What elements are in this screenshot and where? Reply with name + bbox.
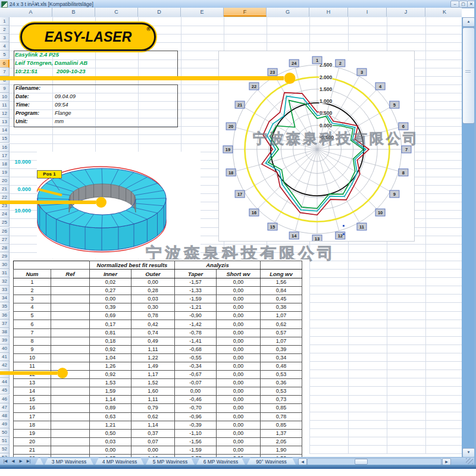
row-header-30[interactable]: 30 — [0, 261, 10, 269]
row-header-27[interactable]: 27 — [0, 236, 10, 244]
table-cell[interactable]: 5 — [14, 312, 51, 320]
table-cell[interactable]: 0,00 — [217, 379, 261, 387]
column-header-H[interactable]: H — [309, 8, 348, 17]
table-cell[interactable]: 0,07 — [131, 437, 175, 446]
table-cell[interactable]: 0,85 — [261, 421, 302, 429]
table-cell[interactable] — [51, 345, 90, 353]
table-cell[interactable]: 0,74 — [131, 328, 175, 337]
row-header-35[interactable]: 35 — [0, 302, 10, 311]
column-header-A[interactable]: A — [10, 8, 52, 17]
table-cell[interactable]: 0,73 — [261, 396, 302, 404]
table-cell[interactable]: -0,78 — [175, 328, 217, 337]
table-cell[interactable]: 1,21 — [90, 421, 131, 429]
table-cell[interactable]: 0,17 — [90, 320, 131, 328]
row-header-47[interactable]: 47 — [0, 403, 10, 412]
table-cell[interactable]: 0,00 — [217, 312, 261, 320]
table-cell[interactable]: 11 — [14, 362, 51, 370]
table-cell[interactable]: 0,00 — [217, 295, 261, 303]
table-cell[interactable]: 10 — [14, 353, 51, 362]
row-header-28[interactable]: 28 — [0, 244, 10, 252]
row-header-50[interactable]: 50 — [0, 428, 10, 437]
row-header-49[interactable]: 49 — [0, 420, 10, 428]
column-header-F[interactable]: F — [224, 8, 267, 17]
scroll-up-arrow[interactable]: ▲ — [462, 17, 475, 27]
row-header-26[interactable]: 26 — [0, 227, 10, 236]
row-header-1[interactable]: 1 — [0, 17, 10, 26]
table-cell[interactable] — [51, 412, 90, 421]
table-cell[interactable]: 18 — [14, 421, 51, 429]
row-header-48[interactable]: 48 — [0, 412, 10, 420]
row-header-9[interactable]: 9 — [0, 84, 10, 93]
table-cell[interactable]: 1,52 — [131, 379, 175, 387]
table-cell[interactable]: 0,00 — [217, 303, 261, 312]
table-cell[interactable]: 0,27 — [90, 287, 131, 295]
table-cell[interactable]: -1,59 — [175, 446, 217, 454]
table-cell[interactable]: 0,38 — [261, 303, 302, 312]
table-cell[interactable] — [51, 437, 90, 446]
row-header-51[interactable]: 51 — [0, 437, 10, 445]
table-cell[interactable] — [51, 278, 90, 287]
table-cell[interactable] — [51, 396, 90, 404]
table-cell[interactable]: 17 — [14, 412, 51, 421]
table-cell[interactable]: -1,59 — [175, 295, 217, 303]
table-cell[interactable]: 14 — [14, 387, 51, 396]
table-cell[interactable]: 13 — [14, 379, 51, 387]
table-cell[interactable]: 0,00 — [217, 362, 261, 370]
table-cell[interactable]: 0,92 — [90, 345, 131, 353]
table-cell[interactable]: -0,68 — [175, 345, 217, 353]
table-cell[interactable]: -1,57 — [175, 278, 217, 287]
table-cell[interactable]: 2 — [14, 287, 51, 295]
table-cell[interactable]: 0,92 — [90, 371, 131, 379]
table-cell[interactable]: 1,07 — [261, 337, 302, 345]
table-cell[interactable]: 0,00 — [90, 446, 131, 454]
table-cell[interactable]: -1,21 — [175, 303, 217, 312]
table-cell[interactable]: -0,46 — [175, 396, 217, 404]
table-cell[interactable]: -1,10 — [175, 429, 217, 437]
column-header-E[interactable]: E — [181, 8, 224, 17]
table-cell[interactable]: 0,34 — [261, 353, 302, 362]
table-cell[interactable]: 0,85 — [261, 404, 302, 412]
table-cell[interactable]: -1,56 — [175, 437, 217, 446]
table-cell[interactable]: 0,00 — [217, 396, 261, 404]
table-cell[interactable]: 0,78 — [261, 412, 302, 421]
table-cell[interactable]: 0,00 — [175, 387, 217, 396]
table-cell[interactable]: -1,33 — [175, 287, 217, 295]
table-cell[interactable]: 0,78 — [131, 312, 175, 320]
row-header-22[interactable]: 22 — [0, 193, 10, 202]
row-header-52[interactable]: 52 — [0, 445, 10, 453]
table-cell[interactable] — [51, 379, 90, 387]
table-cell[interactable]: 0,81 — [90, 328, 131, 337]
table-cell[interactable]: 0,00 — [217, 328, 261, 337]
table-cell[interactable]: 0,00 — [217, 429, 261, 437]
table-cell[interactable]: -0,34 — [175, 362, 217, 370]
table-cell[interactable]: 0,00 — [217, 320, 261, 328]
polar-waviness-chart[interactable]: 2.5002.0001.5001.0000.5000.000-0.5001234… — [218, 51, 415, 242]
row-header-8[interactable]: 8 — [0, 76, 10, 84]
table-cell[interactable]: 0,89 — [90, 404, 131, 412]
group-blank-left[interactable] — [14, 261, 90, 270]
table-cell[interactable]: -0,90 — [175, 312, 217, 320]
row-header-41[interactable]: 41 — [0, 353, 10, 361]
table-cell[interactable] — [51, 303, 90, 312]
row-header-15[interactable]: 15 — [0, 134, 10, 143]
table-cell[interactable]: 0,00 — [217, 421, 261, 429]
window-resize-grip[interactable] — [466, 458, 473, 464]
table-cell[interactable]: 0,39 — [261, 345, 302, 353]
table-cell[interactable]: 1,11 — [131, 345, 175, 353]
table-cell[interactable]: 0,00 — [217, 404, 261, 412]
table-cell[interactable] — [51, 295, 90, 303]
table-cell[interactable]: 2,05 — [261, 437, 302, 446]
row-header-38[interactable]: 38 — [0, 328, 10, 336]
table-cell[interactable]: 0,62 — [261, 320, 302, 328]
table-cell[interactable]: 0,00 — [90, 295, 131, 303]
column-header-C[interactable]: C — [95, 8, 138, 17]
table-cell[interactable] — [51, 371, 90, 379]
table-cell[interactable]: 1,90 — [261, 446, 302, 454]
row-header-3[interactable]: 3 — [0, 34, 10, 42]
column-header-J[interactable]: J — [387, 8, 425, 17]
row-header-29[interactable]: 29 — [0, 252, 10, 261]
row-header-10[interactable]: 10 — [0, 93, 10, 101]
table-cell[interactable]: 1,07 — [261, 312, 302, 320]
row-header-4[interactable]: 4 — [0, 42, 10, 51]
table-cell[interactable]: 0,48 — [261, 362, 302, 370]
